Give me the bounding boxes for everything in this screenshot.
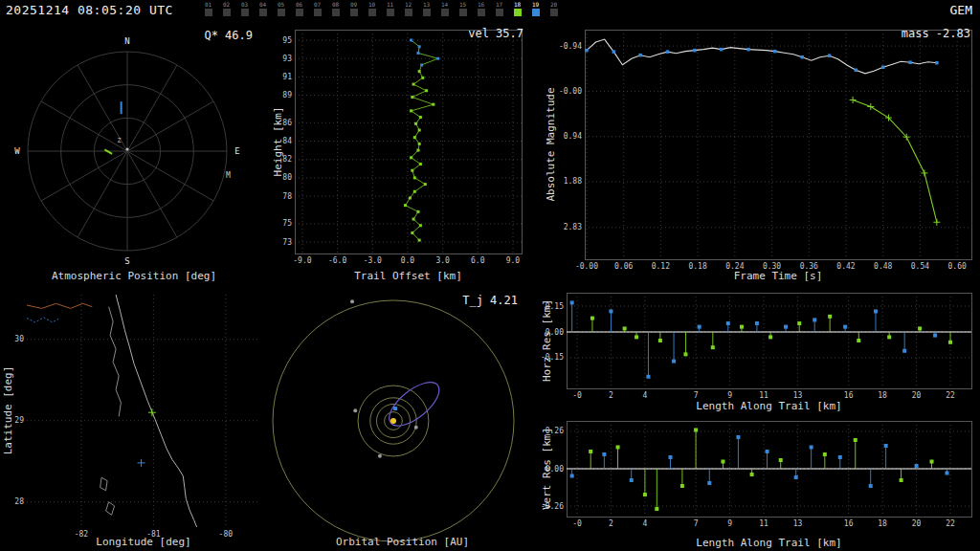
- svg-text:93: 93: [282, 55, 292, 63]
- svg-text:-0.00: -0.00: [559, 87, 582, 96]
- svg-text:73: 73: [282, 238, 292, 247]
- frame-number: 12: [405, 1, 412, 8]
- frame-indicator-box: [223, 9, 231, 16]
- svg-text:9.0: 9.0: [506, 256, 521, 265]
- panel-atmospheric-position: NESWzM Q* 46.9 Atmospheric Position [deg…: [0, 21, 268, 286]
- frame-17[interactable]: 17: [490, 1, 508, 16]
- frame-05[interactable]: 05: [272, 1, 290, 16]
- svg-text:20: 20: [912, 391, 922, 400]
- frame-number: 16: [478, 1, 484, 8]
- frame-19[interactable]: 19: [526, 1, 545, 16]
- latitude-ylabel: Latitude [deg]: [2, 366, 14, 455]
- svg-text:82: 82: [282, 155, 292, 164]
- ground-track-map[interactable]: -82-81-80302928: [0, 286, 268, 551]
- frame-09[interactable]: 09: [345, 1, 363, 16]
- mass-annotation: mass -2.83: [902, 27, 970, 40]
- svg-text:0.0: 0.0: [401, 256, 415, 265]
- frame-number: 14: [441, 1, 448, 8]
- frame-number: 04: [259, 1, 266, 8]
- frame-indicator-box: [496, 9, 503, 16]
- frame-number: 06: [296, 1, 302, 8]
- frame-number: 07: [314, 1, 321, 8]
- orbital-position-plot[interactable]: [268, 286, 537, 551]
- svg-text:-3.0: -3.0: [364, 256, 382, 265]
- frame-06[interactable]: 06: [290, 1, 308, 16]
- tisserand-annotation: T_j 4.21: [462, 294, 518, 307]
- frame-number: 15: [459, 1, 466, 8]
- frame-indicator-box: [441, 9, 449, 16]
- svg-text:22: 22: [946, 391, 955, 400]
- frame-03[interactable]: 03: [235, 1, 254, 16]
- svg-text:7: 7: [694, 391, 699, 400]
- frame-01[interactable]: 01: [199, 1, 217, 16]
- frame-indicator-box: [259, 9, 267, 16]
- frame-10[interactable]: 10: [363, 1, 381, 16]
- frame-indicator-box: [332, 9, 340, 16]
- svg-text:7: 7: [694, 519, 699, 528]
- svg-text:1.88: 1.88: [564, 177, 582, 186]
- frame-indicator-box: [241, 9, 249, 16]
- svg-text:9: 9: [727, 519, 732, 528]
- frame-08[interactable]: 08: [326, 1, 345, 16]
- frame-04[interactable]: 04: [254, 1, 272, 16]
- frame-16[interactable]: 16: [472, 1, 490, 16]
- frame-indicator-box: [478, 9, 485, 16]
- svg-text:3.0: 3.0: [435, 256, 450, 265]
- frame-20[interactable]: 20: [545, 1, 563, 16]
- frame-number: 09: [350, 1, 357, 8]
- absolute-magnitude-ylabel: Absolute Magnitude: [545, 87, 557, 201]
- frame-15[interactable]: 15: [454, 1, 472, 16]
- timestamp: 20251214 08:05:20 UTC: [6, 3, 173, 17]
- frame-18[interactable]: 18: [508, 1, 526, 16]
- svg-text:4: 4: [642, 391, 647, 400]
- length-along-trail-xlabel-top: Length Along Trail [km]: [567, 400, 971, 412]
- frame-time-xlabel: Frame Time [s]: [585, 270, 971, 282]
- svg-text:2: 2: [609, 391, 613, 400]
- frame-indicator-box: [296, 9, 303, 16]
- frame-indicator-box: [368, 9, 376, 16]
- svg-text:16: 16: [844, 391, 854, 400]
- svg-text:80: 80: [282, 173, 292, 182]
- svg-text:91: 91: [282, 73, 292, 81]
- vert-res-ylabel: Vert Res [km]: [541, 428, 553, 510]
- residuals-plot[interactable]: -024791113161820220.150.00-0.15-02479111…: [537, 286, 980, 551]
- frame-11[interactable]: 11: [381, 1, 399, 16]
- frame-indicator-box: [314, 9, 322, 16]
- svg-text:84: 84: [282, 137, 292, 145]
- frame-number: 11: [387, 1, 393, 8]
- panel-orbital-position: T_j 4.21 Orbital Position [AU]: [268, 286, 537, 551]
- svg-text:11: 11: [759, 519, 768, 528]
- svg-text:-6.0: -6.0: [328, 256, 346, 265]
- top-bar: 20251214 08:05:20 UTC 010203040506070809…: [0, 0, 980, 21]
- svg-text:4: 4: [642, 519, 647, 528]
- svg-text:13: 13: [793, 519, 803, 528]
- svg-text:18: 18: [878, 391, 887, 400]
- frame-12[interactable]: 12: [399, 1, 417, 16]
- frame-indicator-box: [278, 9, 285, 16]
- frame-02[interactable]: 02: [217, 1, 235, 16]
- atmospheric-position-polar-plot[interactable]: NESWzM: [0, 21, 268, 286]
- frame-number: 18: [514, 1, 521, 8]
- frame-14[interactable]: 14: [435, 1, 454, 16]
- orbital-position-xlabel: Orbital Position [AU]: [268, 536, 537, 548]
- frame-indicator-box: [514, 9, 522, 16]
- svg-text:95: 95: [282, 36, 292, 45]
- svg-text:N: N: [124, 36, 129, 46]
- svg-text:9: 9: [727, 391, 732, 400]
- frame-number: 20: [550, 1, 557, 8]
- svg-text:11: 11: [759, 391, 768, 400]
- trail-offset-plot[interactable]: -9.0-6.0-3.00.03.06.09.07375788082848689…: [268, 21, 537, 286]
- frame-indicator-box: [387, 9, 394, 16]
- frame-indicator-box: [205, 9, 212, 16]
- meteor-trajectory-analysis-app: 20251214 08:05:20 UTC 010203040506070809…: [0, 0, 980, 551]
- light-curve-plot[interactable]: -0.000.060.120.180.240.300.360.420.480.5…: [537, 21, 980, 286]
- panel-light-curve: -0.000.060.120.180.240.300.360.420.480.5…: [537, 21, 980, 286]
- svg-text:M: M: [226, 171, 231, 180]
- frame-07[interactable]: 07: [308, 1, 326, 16]
- frame-13[interactable]: 13: [417, 1, 435, 16]
- svg-text:-0: -0: [572, 519, 582, 528]
- svg-text:16: 16: [844, 519, 854, 528]
- svg-text:S: S: [124, 256, 129, 266]
- frame-indicator-box: [423, 9, 431, 16]
- frame-indicator-box: [350, 9, 358, 16]
